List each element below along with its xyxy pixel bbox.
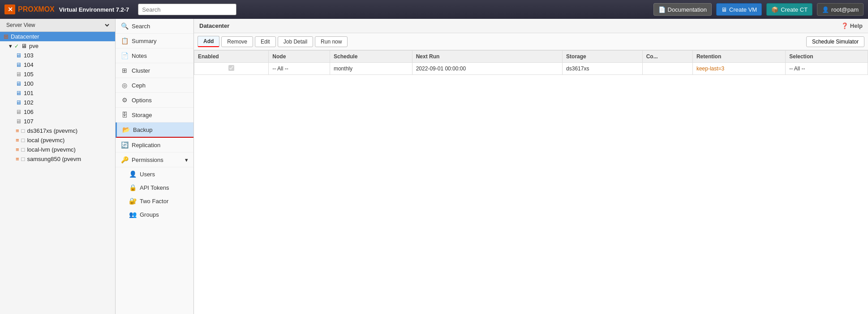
sidebar-item-ds3617xs[interactable]: ≡ □ ds3617xs (pvevmc) [0, 126, 115, 135]
nav-item-cluster[interactable]: ⊞ Cluster [116, 63, 193, 78]
vm-100-icon: 🖥 [16, 80, 21, 87]
sidebar-item-100[interactable]: 🖥 100 [0, 79, 115, 88]
nav-item-replication[interactable]: 🔄 Replication [116, 138, 193, 153]
create-ct-button[interactable]: 📦 Create CT [766, 3, 812, 16]
nav-item-storage[interactable]: 🗄 Storage [116, 108, 193, 122]
sidebar-item-107[interactable]: 🖥 107 [0, 117, 115, 126]
view-selector[interactable]: Server View [4, 22, 111, 29]
help-button[interactable]: ❓ Help [841, 22, 863, 29]
add-button[interactable]: Add [198, 36, 219, 47]
nav-item-ceph[interactable]: ◎ Ceph [116, 78, 193, 93]
two-factor-icon: 🔐 [129, 197, 136, 205]
permissions-icon: 🔑 [121, 156, 128, 163]
nav-sub-item-api-tokens[interactable]: 🔒 API Tokens [116, 181, 193, 194]
vm-105-icon: 🖥 [16, 71, 21, 78]
vm-icon: 🖥 [721, 6, 727, 13]
table-row[interactable]: -- All -- monthly 2022-09-01 00:00:00 ds… [194, 63, 868, 75]
backup-icon: 📂 [122, 126, 129, 133]
summary-icon: 📋 [121, 37, 128, 44]
cluster-icon: ⊞ [121, 67, 128, 74]
remove-button[interactable]: Remove [221, 36, 253, 47]
row-node-cell: -- All -- [269, 63, 330, 75]
proxmox-logo-icon: ✕ [4, 4, 15, 14]
nav-item-backup[interactable]: 📂 Backup [116, 122, 193, 138]
storage-ds3617-icon: ≡ [16, 127, 19, 134]
sidebar-item-pve[interactable]: ▾ ✓ 🖥 pve [0, 41, 115, 51]
search-icon: 🔍 [121, 22, 128, 30]
permissions-arrow-icon: ▾ [185, 157, 188, 163]
sidebar-item-samsung850[interactable]: ≡ □ samsung850 (pvevm [0, 154, 115, 164]
nav-item-permissions[interactable]: 🔑 Permissions ▾ [116, 153, 193, 167]
table-header-row: Enabled Node Schedule Next Run Storage C… [194, 51, 868, 63]
users-icon: 👤 [129, 170, 136, 178]
vm-107-icon: 🖥 [16, 118, 21, 125]
ct-icon: 📦 [771, 6, 778, 13]
vm-102-icon: 🖥 [16, 99, 21, 106]
nav-sub-item-two-factor[interactable]: 🔐 Two Factor [116, 194, 193, 208]
nav-item-search[interactable]: 🔍 Search [116, 19, 193, 34]
storage-nav-icon: 🗄 [121, 111, 128, 118]
col-next-run: Next Run [412, 51, 562, 63]
search-input[interactable] [138, 4, 236, 15]
row-storage-cell: ds3617xs [563, 63, 643, 75]
sidebar-item-106[interactable]: 🖥 106 [0, 107, 115, 117]
edit-button[interactable]: Edit [255, 36, 276, 47]
backup-table: Enabled Node Schedule Next Run Storage C… [194, 50, 868, 75]
datacenter-icon: ⊞ [4, 33, 9, 40]
sidebar-item-101[interactable]: 🖥 101 [0, 88, 115, 98]
sidebar-item-local-lvm[interactable]: ≡ □ local-lvm (pvevmc) [0, 145, 115, 154]
col-enabled: Enabled [194, 51, 269, 63]
sidebar-item-datacenter[interactable]: ⊞ Datacenter [0, 32, 115, 41]
api-tokens-icon: 🔒 [129, 184, 136, 191]
vm-103-icon: 🖥 [16, 52, 21, 59]
vm-104-icon: 🖥 [16, 61, 21, 68]
create-vm-button[interactable]: 🖥 Create VM [716, 3, 762, 16]
user-menu-button[interactable]: 👤 root@pam [817, 3, 864, 16]
row-comment-cell [642, 63, 692, 75]
storage-local-icon2: □ [21, 137, 25, 144]
backup-table-container: Enabled Node Schedule Next Run Storage C… [194, 50, 868, 314]
storage-local-icon: ≡ [16, 137, 19, 144]
col-node: Node [269, 51, 330, 63]
sidebar-item-105[interactable]: 🖥 105 [0, 70, 115, 79]
sidebar-item-103[interactable]: 🖥 103 [0, 51, 115, 60]
nav-item-summary[interactable]: 📋 Summary [116, 34, 193, 48]
nav-sub-item-groups[interactable]: 👥 Groups [116, 208, 193, 221]
options-icon: ⚙ [121, 96, 128, 104]
col-selection: Selection [786, 51, 868, 63]
ve-version-text: Virtual Environment 7.2-7 [59, 6, 129, 13]
proxmox-text: PROXMOX [18, 5, 55, 13]
documentation-button[interactable]: 📄 Documentation [653, 3, 712, 16]
storage-local-lvm-icon: ≡ [16, 146, 19, 153]
nav-item-notes[interactable]: 📄 Notes [116, 48, 193, 63]
col-schedule: Schedule [330, 51, 412, 63]
enabled-checkbox [228, 65, 234, 71]
pve-status-icon: ✓ [14, 43, 19, 49]
schedule-simulator-button[interactable]: Schedule Simulator [806, 36, 864, 47]
content-area: Datacenter ❓ Help Add Remove Edit Job De… [194, 19, 868, 314]
ceph-icon: ◎ [121, 82, 128, 89]
row-retention-cell: keep-last=3 [692, 63, 785, 75]
help-icon: ❓ [841, 22, 848, 29]
nav-sub-item-users[interactable]: 👤 Users [116, 167, 193, 181]
expand-icon: ▾ [9, 43, 12, 49]
nav-item-options[interactable]: ⚙ Options [116, 93, 193, 108]
user-icon: 👤 [822, 6, 829, 13]
page-title: Datacenter [199, 22, 229, 29]
vm-101-icon: 🖥 [16, 90, 21, 96]
col-retention: Retention [692, 51, 785, 63]
sidebar: Server View ⊞ Datacenter ▾ ✓ 🖥 pve 🖥 103… [0, 19, 116, 314]
server-view-header[interactable]: Server View [0, 19, 115, 32]
sidebar-item-102[interactable]: 🖥 102 [0, 98, 115, 107]
main-layout: Server View ⊞ Datacenter ▾ ✓ 🖥 pve 🖥 103… [0, 19, 868, 314]
notes-icon: 📄 [121, 52, 128, 59]
sidebar-item-local[interactable]: ≡ □ local (pvevmc) [0, 135, 115, 145]
storage-ds3617-icon2: □ [21, 127, 25, 134]
vm-106-icon: 🖥 [16, 109, 21, 115]
job-detail-button[interactable]: Job Detail [278, 36, 313, 47]
pve-node-icon: 🖥 [21, 43, 27, 49]
sidebar-item-104[interactable]: 🖥 104 [0, 60, 115, 70]
run-now-button[interactable]: Run now [315, 36, 348, 47]
col-comment: Co... [642, 51, 692, 63]
doc-icon: 📄 [658, 6, 666, 13]
